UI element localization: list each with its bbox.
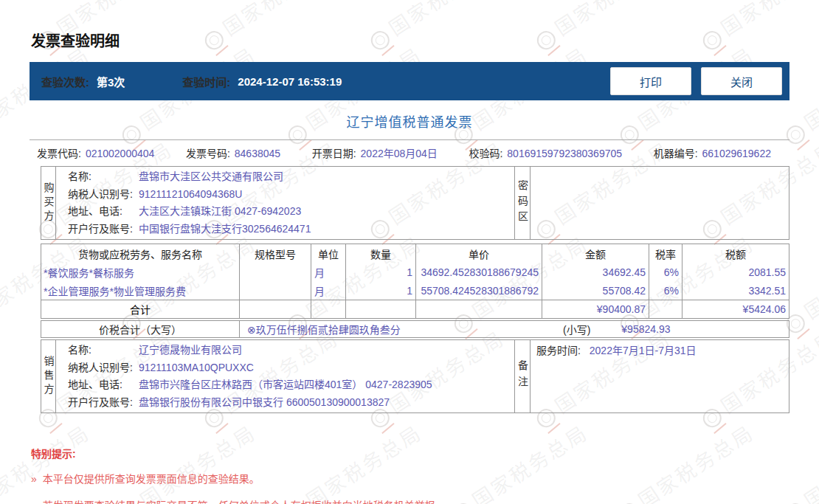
check-count-label: 查验次数: bbox=[41, 74, 89, 89]
toolbar: 查验次数: 第3次 查验时间: 2024-12-07 16:53:19 打印 关… bbox=[30, 62, 789, 100]
item-name: *餐饮服务*餐标服务 bbox=[41, 263, 240, 281]
item-name: *企业管理服务*物业管理服务费 bbox=[41, 281, 240, 300]
print-button[interactable]: 打印 bbox=[610, 67, 691, 95]
item-unit: 月 bbox=[311, 281, 346, 300]
close-button[interactable]: 关闭 bbox=[701, 67, 782, 95]
header-unit: 单位 bbox=[311, 244, 346, 263]
header-qty: 数量 bbox=[346, 244, 416, 263]
item-tax: 3342.51 bbox=[682, 281, 789, 300]
seller-info: 名称:辽宁德晟物业有限公司 纳税人识别号:91211103MA10QPUXXC … bbox=[56, 340, 514, 412]
amount-in-words: ⊗玖万伍仟捌佰贰拾肆圆玖角叁分 bbox=[247, 322, 563, 336]
service-time-label: 服务时间: bbox=[536, 345, 581, 356]
header-price: 单价 bbox=[416, 244, 542, 263]
item-unit: 月 bbox=[311, 263, 346, 281]
service-time-value: 2022年7月1日-7月31日 bbox=[590, 345, 697, 356]
check-time: 查验时间: 2024-12-07 16:53:19 bbox=[182, 74, 342, 89]
invoice-title: 辽宁增值税普通发票 bbox=[30, 111, 789, 131]
password-area bbox=[531, 167, 789, 239]
item-amount: 55708.42 bbox=[542, 281, 649, 300]
item-spec bbox=[240, 281, 311, 300]
check-count: 查验次数: 第3次 bbox=[41, 74, 125, 89]
seller-bank-row: 开户行及账号:盘锦银行股份有限公司中银支行 660050130900013827 bbox=[56, 394, 514, 412]
buyer-side-label: 购买方 bbox=[41, 167, 56, 239]
items-header-row: 货物或应税劳务、服务名称 规格型号 单位 数量 单价 金额 税率 税额 bbox=[41, 244, 789, 263]
table-row: *企业管理服务*物业管理服务费 月 1 55708.42452830188679… bbox=[41, 281, 789, 300]
page-title: 发票查验明细 bbox=[31, 30, 789, 51]
buyer-address-row: 地址、电话:大洼区大洼镇珠江街 0427-6942023 bbox=[56, 203, 514, 221]
bullet-icon: » bbox=[31, 473, 37, 485]
seller-name-row: 名称:辽宁德晟物业有限公司 bbox=[56, 342, 514, 359]
toolbar-buttons: 打印 关闭 bbox=[610, 67, 782, 95]
summary-row: 价税合计（大写） ⊗玖万伍仟捌佰贰拾肆圆玖角叁分 (小写) ¥95824.93 bbox=[41, 320, 789, 338]
seller-address-row: 地址、电话:盘锦市兴隆台区庄林路西（市客运站四楼401室） 0427-28239… bbox=[56, 376, 514, 394]
check-time-value: 2024-12-07 16:53:19 bbox=[238, 75, 342, 88]
seller-side-label: 销售方 bbox=[41, 340, 56, 412]
item-qty: 1 bbox=[346, 281, 416, 300]
header-name: 货物或应税劳务、服务名称 bbox=[41, 244, 240, 263]
buyer-taxid-row: 纳税人识别号:91211121064094368U bbox=[56, 186, 514, 204]
invoice-number: 发票号码:84638045 bbox=[186, 145, 280, 160]
items-table: 货物或应税劳务、服务名称 规格型号 单位 数量 单价 金额 税率 税额 *餐饮服… bbox=[41, 244, 789, 319]
total-amount: ¥90400.87 bbox=[542, 300, 649, 318]
total-tax: ¥5424.06 bbox=[682, 300, 789, 318]
summary-label: 价税合计（大写） bbox=[41, 321, 240, 337]
total-qty-empty bbox=[346, 300, 416, 318]
password-area-label: 密码区 bbox=[514, 167, 531, 239]
special-notice: 特别提示: »本平台仅提供所查询发票票面信息的查验结果。 »若发现发票查验结果与… bbox=[31, 446, 789, 504]
amount-small-value: ¥95824.93 bbox=[621, 323, 670, 335]
buyer-info: 名称:盘锦市大洼区公共交通有限公司 纳税人识别号:912111210640943… bbox=[56, 167, 514, 239]
notice-item: »若发现发票查验结果与实际交易不符，任何单位或个人有权拒收并向当地税务机关举报。 bbox=[31, 497, 789, 504]
total-price-empty bbox=[416, 300, 542, 318]
check-time-label: 查验时间: bbox=[182, 74, 230, 89]
item-qty: 1 bbox=[346, 263, 416, 281]
buyer-bank-row: 开户行及账号:中国银行盘锦大洼支行302564624471 bbox=[56, 221, 514, 238]
remark-label: 备注 bbox=[514, 340, 531, 412]
notice-item: »本平台仅提供所查询发票票面信息的查验结果。 bbox=[31, 471, 789, 486]
item-price: 55708.424528301886792 bbox=[416, 281, 542, 300]
header-taxrate: 税率 bbox=[649, 244, 682, 263]
table-row: *餐饮服务*餐标服务 月 1 34692.452830188679245 346… bbox=[41, 263, 789, 281]
header-spec: 规格型号 bbox=[240, 244, 311, 263]
invoice-code: 发票代码:021002000404 bbox=[37, 145, 154, 160]
items-total-row: 合计 ¥90400.87 ¥5424.06 bbox=[41, 300, 789, 318]
invoice-date: 开票日期:2022年08月04日 bbox=[312, 145, 438, 160]
total-taxrate-empty bbox=[649, 300, 682, 318]
item-tax: 2081.55 bbox=[682, 263, 789, 281]
check-code: 校验码:80169159792380369705 bbox=[469, 145, 622, 160]
invoice-header: 辽宁增值税普通发票 bbox=[30, 100, 789, 140]
machine-number: 机器编号:661029619622 bbox=[654, 145, 771, 160]
buyer-name-row: 名称:盘锦市大洼区公共交通有限公司 bbox=[56, 168, 514, 186]
bullet-icon: » bbox=[31, 500, 37, 504]
item-amount: 34692.45 bbox=[542, 263, 649, 281]
total-spec-empty bbox=[240, 300, 311, 318]
item-price: 34692.452830188679245 bbox=[416, 263, 542, 281]
header-tax: 税额 bbox=[682, 244, 789, 263]
header-amount: 金额 bbox=[542, 244, 649, 263]
invoice-verification-page: 国家税务总局国家税务总局国家税务总局国家税务总局国家税务总局国家税务总局国家税务… bbox=[0, 0, 819, 504]
item-taxrate: 6% bbox=[649, 263, 682, 281]
notice-title: 特别提示: bbox=[31, 446, 789, 460]
invoice-codes-row: 发票代码:021002000404 发票号码:84638045 开票日期:202… bbox=[30, 140, 789, 162]
total-unit-empty bbox=[311, 300, 346, 318]
item-taxrate: 6% bbox=[649, 281, 682, 300]
summary-value: ⊗玖万伍仟捌佰贰拾肆圆玖角叁分 (小写) ¥95824.93 bbox=[240, 322, 789, 336]
seller-taxid-row: 纳税人识别号:91211103MA10QPUXXC bbox=[56, 359, 514, 377]
check-count-value: 第3次 bbox=[97, 74, 125, 89]
amount-small-label: (小写) bbox=[563, 322, 590, 336]
buyer-section: 购买方 名称:盘锦市大洼区公共交通有限公司 纳税人识别号:91211121064… bbox=[41, 166, 789, 240]
remark-area: 服务时间: 2022年7月1日-7月31日 bbox=[531, 340, 789, 412]
item-spec bbox=[240, 263, 311, 281]
seller-section: 销售方 名称:辽宁德晟物业有限公司 纳税人识别号:91211103MA10QPU… bbox=[41, 339, 789, 413]
total-label: 合计 bbox=[41, 300, 240, 318]
